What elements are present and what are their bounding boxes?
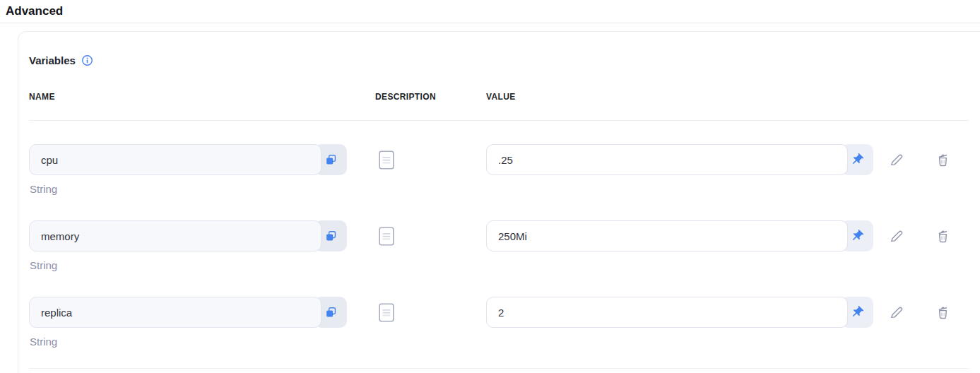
pencil-icon	[888, 228, 904, 244]
description-button[interactable]	[379, 150, 394, 170]
table-row: String	[29, 144, 980, 195]
page-title: Advanced	[6, 4, 63, 18]
trash-icon	[935, 304, 951, 321]
column-header-value: VALUE	[486, 92, 873, 102]
delete-button[interactable]	[934, 304, 951, 321]
variable-type-label: String	[30, 183, 347, 195]
column-header-description: DESCRIPTION	[375, 92, 486, 102]
variable-name-input[interactable]	[29, 297, 321, 328]
pushpin-icon	[850, 305, 864, 319]
pencil-icon	[888, 152, 904, 168]
edit-button[interactable]	[887, 227, 904, 244]
document-icon	[379, 227, 394, 246]
name-cell: String	[29, 297, 347, 348]
pushpin-icon	[850, 153, 864, 167]
row-divider	[29, 368, 969, 369]
delete-button[interactable]	[934, 151, 951, 168]
panel-title: Variables	[29, 54, 76, 66]
variables-panel: Variables NAME DESCRIPTION VALUE	[18, 31, 980, 373]
variable-type-label: String	[30, 259, 347, 271]
header-divider	[0, 23, 980, 23]
edit-button[interactable]	[887, 151, 904, 168]
description-button[interactable]	[379, 227, 394, 246]
info-icon[interactable]	[81, 54, 93, 66]
value-cell	[486, 144, 873, 175]
delete-button[interactable]	[934, 227, 951, 244]
value-cell	[486, 297, 873, 328]
document-icon	[379, 303, 394, 322]
variable-value-input[interactable]	[486, 220, 848, 251]
name-cell: String	[29, 144, 347, 195]
variable-value-input[interactable]	[486, 297, 848, 328]
pencil-icon	[888, 304, 904, 321]
table-header-divider	[29, 120, 969, 121]
copy-icon	[324, 306, 338, 319]
value-cell	[486, 220, 873, 251]
variables-list: String	[29, 144, 980, 373]
trash-icon	[935, 152, 951, 168]
pushpin-icon	[850, 229, 864, 243]
panel-title-row: Variables	[29, 54, 93, 66]
table-header: NAME DESCRIPTION VALUE	[29, 92, 980, 102]
name-cell: String	[29, 220, 347, 271]
edit-button[interactable]	[887, 304, 904, 321]
copy-icon	[324, 230, 338, 243]
variable-value-input[interactable]	[486, 144, 848, 175]
variable-type-label: String	[30, 336, 347, 348]
trash-icon	[935, 228, 951, 244]
document-icon	[379, 150, 394, 170]
copy-icon	[324, 153, 338, 167]
column-header-name: NAME	[29, 92, 347, 102]
variable-name-input[interactable]	[29, 144, 321, 175]
table-row: String	[29, 297, 980, 348]
variable-name-input[interactable]	[29, 220, 321, 251]
description-button[interactable]	[379, 303, 394, 322]
table-row: String	[29, 220, 980, 271]
